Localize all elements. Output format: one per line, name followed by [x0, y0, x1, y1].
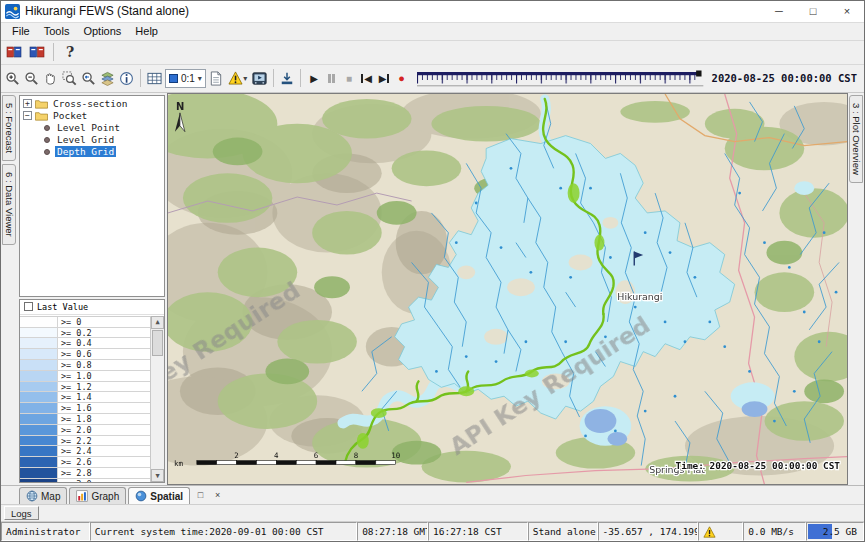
skip-back-button[interactable]: ◀	[359, 69, 375, 87]
layers-button[interactable]	[99, 68, 116, 88]
info-button[interactable]	[118, 68, 135, 88]
menu-bar: File Tools Options Help	[1, 23, 864, 41]
tree-item-level-grid[interactable]: Level Grid	[22, 134, 164, 146]
chevron-down-icon: ▾	[198, 74, 202, 83]
tree-item-label: Level Point	[55, 122, 122, 133]
stop-button[interactable]: ■	[341, 69, 357, 87]
logs-button[interactable]: Logs	[4, 506, 39, 520]
title-bar[interactable]: Hikurangi FEWS (Stand alone) ─ □ ×	[1, 1, 864, 23]
status-mode: Stand alone	[528, 522, 598, 541]
status-coordinates: -35.657 , 174.199	[598, 522, 699, 541]
last-value-checkbox[interactable]	[24, 302, 33, 311]
data-viewer-panel: + Cross-section − Pocket Level Point	[17, 93, 167, 485]
menu-help[interactable]: Help	[128, 24, 165, 38]
zoom-box-button[interactable]	[61, 68, 78, 88]
zoom-out-button[interactable]	[23, 68, 40, 88]
collapse-icon[interactable]: −	[23, 111, 32, 120]
profile-display-button[interactable]	[208, 68, 224, 88]
pause-button[interactable]	[324, 69, 340, 87]
legend-row: >= 0.2	[20, 328, 150, 339]
scale-select[interactable]: 0:1 ▾	[165, 69, 206, 88]
legend-value: >= 0.2	[58, 328, 150, 338]
export-data-button[interactable]	[27, 42, 47, 62]
logs-row: Logs	[1, 504, 864, 521]
menu-options[interactable]: Options	[76, 24, 128, 38]
scroll-up-icon[interactable]: ▲	[151, 316, 164, 329]
tree-item-pocket[interactable]: − Pocket	[22, 110, 164, 122]
main-region: 5 : Forecast 6 : Data Viewer + Cross-sec…	[1, 93, 864, 485]
animation-button[interactable]	[251, 68, 268, 88]
pan-button[interactable]	[42, 68, 59, 88]
status-bar: Administrator Current system time:2020-0…	[1, 521, 864, 541]
help-button[interactable]: ?	[60, 42, 80, 62]
window-title: Hikurangi FEWS (Stand alone)	[25, 4, 189, 18]
stop-icon: ■	[346, 73, 352, 84]
thresholds-button[interactable]: ▾	[226, 68, 250, 88]
legend-color-swatch	[20, 349, 58, 359]
tree-item-depth-grid[interactable]: Depth Grid	[22, 146, 164, 158]
tab-data-viewer[interactable]: 6 : Data Viewer	[2, 164, 16, 245]
timeline-slider[interactable]	[417, 70, 703, 87]
import-data-button[interactable]	[4, 42, 24, 62]
status-warning[interactable]	[698, 522, 743, 541]
map-toolbar: 0:1 ▾ ▾	[1, 65, 864, 93]
legend-row: >= 0.4	[20, 338, 150, 349]
legend-color-swatch	[20, 317, 58, 327]
save-display-button[interactable]	[279, 68, 295, 88]
panel-detach-icon[interactable]: □	[194, 489, 207, 502]
tab-map[interactable]: Map	[19, 487, 67, 504]
tab-map-label: Map	[41, 491, 60, 502]
tree-item-cross-section[interactable]: + Cross-section	[22, 98, 164, 110]
export-data-icon	[29, 44, 45, 60]
minimize-icon[interactable]: ─	[762, 1, 796, 22]
play-icon: ▶	[310, 73, 318, 84]
grid-display-button[interactable]	[146, 68, 163, 88]
zoom-in-icon	[5, 71, 20, 86]
expand-icon[interactable]: +	[23, 99, 32, 108]
zoom-in-button[interactable]	[4, 68, 21, 88]
close-icon[interactable]: ×	[830, 1, 864, 22]
scroll-down-icon[interactable]: ▼	[151, 469, 164, 482]
tree-item-label: Level Grid	[55, 134, 116, 145]
legend-row: >= 2.8	[20, 468, 150, 479]
main-toolbar: ?	[1, 41, 864, 65]
tab-forecast[interactable]: 5 : Forecast	[2, 95, 16, 161]
view-tab-bar: Map Graph Spatial □ ×	[1, 485, 864, 504]
tab-graph-label: Graph	[91, 491, 119, 502]
tab-graph[interactable]: Graph	[69, 487, 126, 504]
tab-plot-overview[interactable]: 3 : Plot Overview	[849, 95, 863, 183]
svg-text:6: 6	[314, 450, 318, 459]
legend-header: Last Value	[20, 300, 164, 315]
map-viewport[interactable]: API Key Required API Key Required Hikura…	[167, 93, 848, 485]
skip-forward-button[interactable]: ▶	[376, 69, 392, 87]
legend-value: >= 1.8	[58, 414, 150, 424]
help-icon: ?	[66, 44, 74, 60]
legend-value: >= 1.4	[58, 392, 150, 402]
layer-bullet-icon	[44, 137, 50, 143]
legend-row: >= 1.8	[20, 414, 150, 425]
tree-item-level-point[interactable]: Level Point	[22, 122, 164, 134]
timeline-ruler	[417, 70, 703, 87]
right-tab-strip: 3 : Plot Overview	[848, 93, 864, 485]
tab-spatial[interactable]: Spatial	[128, 487, 190, 504]
map-time-label: Time: 2020-08-25 00:00:00 CST	[676, 459, 841, 470]
record-button[interactable]: ●	[394, 69, 410, 87]
legend-value: >= 1.2	[58, 382, 150, 392]
zoom-previous-button[interactable]	[80, 68, 97, 88]
svg-text:2: 2	[234, 450, 238, 459]
panel-close-icon[interactable]: ×	[211, 489, 224, 502]
maximize-icon[interactable]: □	[796, 1, 830, 22]
scrollbar-thumb[interactable]	[152, 330, 163, 356]
legend-value: >= 0.4	[58, 338, 150, 348]
menu-file[interactable]: File	[5, 24, 37, 38]
download-icon	[280, 71, 294, 86]
legend-color-swatch	[20, 328, 58, 338]
pan-hand-icon	[43, 71, 58, 86]
legend-value: >= 2.0	[58, 425, 150, 435]
legend-color-swatch	[20, 392, 58, 402]
menu-tools[interactable]: Tools	[37, 24, 77, 38]
status-user: Administrator	[1, 522, 90, 541]
legend-scrollbar[interactable]: ▲ ▼	[150, 316, 164, 482]
play-button[interactable]: ▶	[306, 69, 322, 87]
current-time-label: 2020-08-25 00:00:00 CST	[706, 72, 861, 84]
